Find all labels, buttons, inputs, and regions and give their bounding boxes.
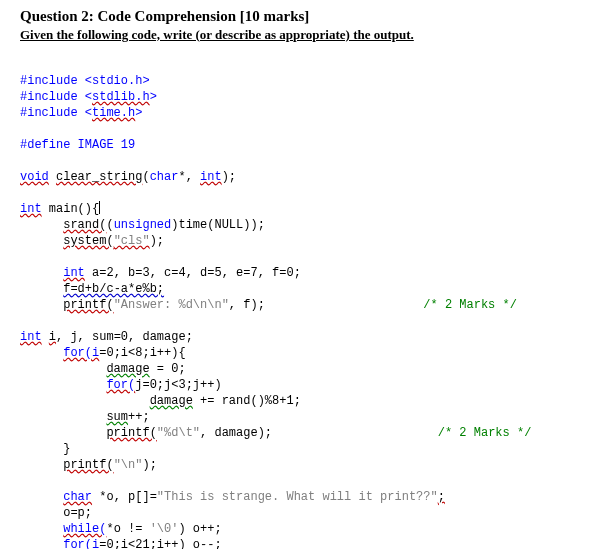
fn-srand: srand( — [63, 218, 106, 232]
str-nl: "\n" — [114, 458, 143, 472]
hdr-stdlib: stdlib.h — [92, 90, 150, 104]
op-assign: o=p; — [63, 506, 92, 520]
kw-for: for(i — [63, 346, 99, 360]
fn-printf: printf( — [63, 458, 113, 472]
angle-lt: < — [85, 90, 92, 104]
comment-marks: /* 2 Marks */ — [438, 426, 532, 440]
dmg-inc: += rand()%8+1; — [193, 394, 301, 408]
paren: ( — [106, 218, 113, 232]
hdr-time: time.h — [92, 106, 135, 120]
var-i: i — [49, 330, 56, 344]
ij-rest: , j, sum=0, damage; — [56, 330, 193, 344]
str-strange: "This is strange. What will it print??" — [157, 490, 438, 504]
str-tab: "%d\t" — [157, 426, 200, 440]
kw-void: void — [20, 170, 49, 184]
while-cond: *o != — [106, 522, 149, 536]
kw-int: int — [200, 170, 222, 184]
var-sum: sum — [106, 410, 128, 424]
star: * — [178, 170, 185, 184]
pp-include: #include — [20, 90, 78, 104]
kw-char: char — [63, 490, 92, 504]
kw-int: int — [20, 202, 42, 216]
pp-include: #include — [20, 106, 78, 120]
sum-inc: ++; — [128, 410, 150, 424]
printf2-end: , damage); — [200, 426, 272, 440]
var-decl: a=2, b=3, c=4, d=5, e=7, f=0; — [85, 266, 301, 280]
char-nul: '\0' — [150, 522, 179, 536]
comma: , — [186, 170, 200, 184]
str-answer: "Answer: %d\n\n" — [114, 298, 229, 312]
printf3-end: ); — [142, 458, 156, 472]
str-cls: "cls" — [114, 234, 150, 248]
while-end: ) o++; — [178, 522, 221, 536]
srand-end: )time(NULL)); — [171, 218, 265, 232]
p-semi: ; — [438, 490, 445, 504]
var-damage: damage — [106, 362, 149, 376]
question-title: Question 2: Code Comprehension [10 marks… — [20, 8, 576, 25]
fn-printf: printf( — [106, 426, 156, 440]
angle-gt: > — [150, 90, 157, 104]
kw-for: for(i — [63, 538, 99, 549]
for1-body: =0;i<8;i++){ — [99, 346, 185, 360]
var-damage: damage — [150, 394, 193, 408]
for3-body: =0;i<21;i++) o--; — [99, 538, 221, 549]
p-decl: *o, p[]= — [92, 490, 157, 504]
fn-printf: printf( — [63, 298, 113, 312]
kw-unsigned: unsigned — [114, 218, 172, 232]
sig-end: ); — [222, 170, 236, 184]
brace-close: } — [63, 442, 70, 456]
code-block: #include <stdio.h> #include <stdlib.h> #… — [20, 57, 576, 549]
dmg-assign: = 0; — [150, 362, 186, 376]
pp-include: #include — [20, 74, 78, 88]
question-subtitle: Given the following code, write (or desc… — [20, 27, 576, 43]
fn-system: system( — [63, 234, 113, 248]
kw-char: char — [150, 170, 179, 184]
fn-main: main(){ — [42, 202, 100, 216]
for2-body: j=0;j<3;j++) — [135, 378, 221, 392]
sys-end: ); — [150, 234, 164, 248]
kw-int: int — [63, 266, 85, 280]
angle-lt: < — [85, 106, 92, 120]
fn-sig: ( — [142, 170, 149, 184]
comment-marks: /* 2 Marks */ — [423, 298, 517, 312]
fn-clear-string: clear_string — [56, 170, 142, 184]
angle-gt: > — [135, 106, 142, 120]
kw-int: int — [20, 330, 42, 344]
printf-end: , f); — [229, 298, 265, 312]
kw-while: while( — [63, 522, 106, 536]
hdr-stdio: <stdio.h> — [85, 74, 150, 88]
pp-define: #define IMAGE 19 — [20, 138, 135, 152]
kw-for: for( — [106, 378, 135, 392]
expr-f: f=d+b/c-a*e%b; — [63, 282, 164, 296]
text-caret — [99, 201, 100, 214]
